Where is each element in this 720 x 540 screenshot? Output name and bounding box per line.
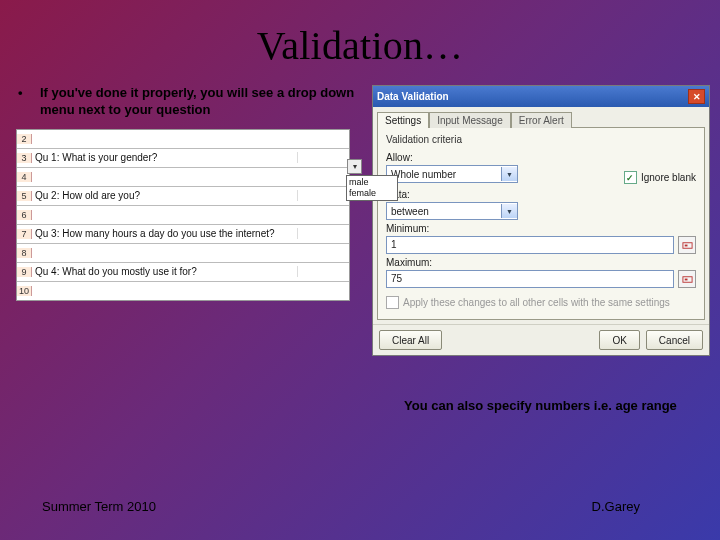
dialog-titlebar: Data Validation ✕ — [373, 86, 709, 107]
data-value: between — [387, 206, 501, 217]
row-header: 9 — [17, 267, 32, 277]
sheet-row: 3 Qu 1: What is your gender? ▾ male fema… — [17, 149, 349, 168]
sheet-row: 2 — [17, 130, 349, 149]
spreadsheet-snippet: 2 3 Qu 1: What is your gender? ▾ male fe… — [16, 129, 350, 301]
bullet-text: If you've done it properly, you will see… — [40, 85, 364, 119]
row-header: 2 — [17, 134, 32, 144]
cell: Qu 4: What do you mostly use it for? — [32, 266, 298, 277]
left-column: • If you've done it properly, you will s… — [16, 85, 366, 356]
cell: Qu 3: How many hours a day do you use th… — [32, 228, 298, 239]
content-area: • If you've done it properly, you will s… — [0, 69, 720, 356]
data-label: Data: — [386, 189, 696, 200]
allow-label: Allow: — [386, 152, 536, 163]
data-select[interactable]: between ▼ — [386, 202, 518, 220]
chevron-down-icon[interactable]: ▼ — [501, 204, 517, 218]
dialog-title: Data Validation — [377, 91, 449, 102]
data-validation-dialog: Data Validation ✕ Settings Input Message… — [372, 85, 710, 356]
dialog-buttons: Clear All OK Cancel — [373, 324, 709, 355]
apply-all-label: Apply these changes to all other cells w… — [403, 297, 670, 308]
cell: Qu 1: What is your gender? — [32, 152, 298, 163]
dropdown-list[interactable]: male female — [346, 175, 398, 202]
svg-rect-1 — [684, 244, 687, 246]
minimum-input[interactable]: 1 — [386, 236, 674, 254]
minimum-label: Minimum: — [386, 223, 696, 234]
apply-all-checkbox — [386, 296, 399, 309]
bullet-marker: • — [18, 85, 40, 119]
dropdown-arrow-icon[interactable]: ▾ — [347, 159, 362, 174]
tab-input-message[interactable]: Input Message — [429, 112, 511, 128]
close-icon[interactable]: ✕ — [688, 89, 705, 104]
group-label: Validation criteria — [386, 134, 696, 145]
ignore-blank-checkbox[interactable]: ✓ — [624, 171, 637, 184]
range-picker-icon[interactable] — [678, 236, 696, 254]
clear-all-button[interactable]: Clear All — [379, 330, 442, 350]
row-header: 4 — [17, 172, 32, 182]
dialog-column: Data Validation ✕ Settings Input Message… — [372, 85, 710, 356]
tab-settings[interactable]: Settings — [377, 112, 429, 128]
maximum-label: Maximum: — [386, 257, 696, 268]
tab-error-alert[interactable]: Error Alert — [511, 112, 572, 128]
cell: Qu 2: How old are you? — [32, 190, 298, 201]
slide-title: Validation… — [0, 0, 720, 69]
row-header: 7 — [17, 229, 32, 239]
bullet-item: • If you've done it properly, you will s… — [16, 85, 366, 129]
row-header: 5 — [17, 191, 32, 201]
footer-right: D.Garey — [592, 499, 640, 514]
caption-text: You can also specify numbers i.e. age ra… — [404, 398, 704, 415]
dialog-tabs: Settings Input Message Error Alert — [373, 107, 709, 127]
tab-panel: Validation criteria Allow: Whole number … — [377, 127, 705, 320]
dropdown-option[interactable]: male — [349, 177, 395, 188]
allow-select[interactable]: Whole number ▼ — [386, 165, 518, 183]
range-picker-icon[interactable] — [678, 270, 696, 288]
allow-value: Whole number — [387, 169, 501, 180]
svg-rect-3 — [684, 278, 687, 280]
row-header: 6 — [17, 210, 32, 220]
row-header: 8 — [17, 248, 32, 258]
row-header: 3 — [17, 153, 32, 163]
ok-button[interactable]: OK — [599, 330, 639, 350]
row-header: 10 — [17, 286, 32, 296]
ignore-blank-label: Ignore blank — [641, 172, 696, 183]
dropdown-option[interactable]: female — [349, 188, 395, 199]
chevron-down-icon[interactable]: ▼ — [501, 167, 517, 181]
cancel-button[interactable]: Cancel — [646, 330, 703, 350]
footer-left: Summer Term 2010 — [42, 499, 156, 514]
maximum-input[interactable]: 75 — [386, 270, 674, 288]
